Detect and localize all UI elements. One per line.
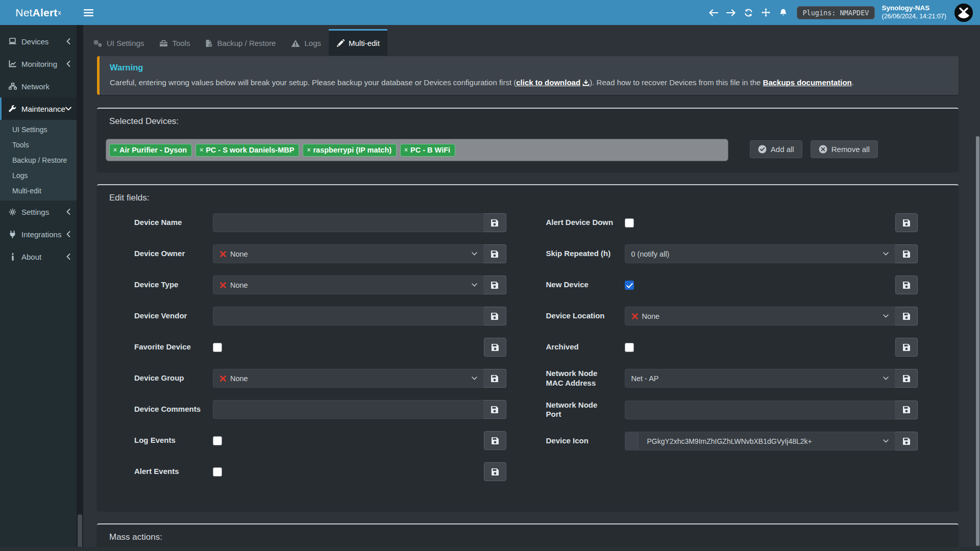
mass-actions-panel: Mass actions: Delete selected devices Be…: [97, 523, 959, 547]
chevron-left-icon: [65, 38, 71, 44]
save-button[interactable]: [484, 400, 506, 419]
device-comments-input[interactable]: [213, 400, 484, 419]
sidebar-item-maintenance[interactable]: Maintenance: [0, 97, 77, 120]
horizontal-scrollbar[interactable]: [0, 547, 980, 551]
sidebar-item-integrations[interactable]: Integrations: [0, 223, 77, 245]
save-icon: [902, 437, 911, 445]
alert-device-down-checkbox[interactable]: [625, 218, 634, 228]
notifications-button[interactable]: [774, 0, 792, 25]
chevron-down-icon: [883, 377, 889, 380]
nav-back-button[interactable]: [705, 0, 722, 25]
save-button[interactable]: [895, 276, 918, 294]
bell-icon: [779, 8, 788, 17]
save-button[interactable]: [895, 338, 918, 357]
remove-tag-icon[interactable]: ×: [404, 146, 408, 154]
sidebar-scrollbar-thumb[interactable]: [78, 514, 82, 548]
sidebar-scrollbar[interactable]: [77, 25, 83, 551]
submenu-item-tools[interactable]: Tools: [0, 137, 77, 153]
save-icon: [902, 250, 911, 258]
device-location-select[interactable]: None: [625, 307, 896, 325]
save-button[interactable]: [895, 244, 918, 263]
device-vendor-input[interactable]: [213, 307, 484, 325]
field-row-device-vendor: Device Vendor: [134, 307, 506, 325]
tab-logs[interactable]: Logs: [283, 29, 329, 56]
content-scrollbar[interactable]: [976, 25, 979, 551]
save-button[interactable]: [895, 400, 918, 419]
sidebar-item-settings[interactable]: Settings: [0, 201, 77, 223]
save-button[interactable]: [484, 213, 506, 232]
sidebar-item-monitoring[interactable]: Monitoring: [0, 53, 77, 75]
submenu-item-logs[interactable]: Logs: [0, 168, 77, 183]
nav-forward-button[interactable]: [722, 0, 740, 25]
hamburger-icon[interactable]: [77, 0, 100, 25]
submenu-item-backup-restore[interactable]: Backup / Restore: [0, 153, 77, 168]
sidebar-item-network[interactable]: Network: [0, 75, 77, 97]
warning-title: Warning: [110, 63, 948, 72]
device-type-select[interactable]: None: [213, 276, 484, 294]
selected-devices-input[interactable]: ×Air Purifier - Dyson ×PC - S work Danie…: [106, 139, 728, 161]
laptop-icon: [8, 38, 17, 45]
network-node-mac-select[interactable]: Net - AP: [625, 369, 896, 388]
new-device-checkbox[interactable]: [625, 281, 634, 290]
archived-checkbox[interactable]: [625, 343, 634, 352]
save-icon: [902, 219, 911, 227]
save-button[interactable]: [484, 462, 506, 481]
save-button[interactable]: [895, 432, 918, 450]
chevron-down-icon: [472, 377, 477, 380]
app-logo[interactable]: NetAlertx: [0, 0, 77, 25]
edit-fields-panel: Edit fields: Device Name Device Owner: [97, 184, 959, 511]
avatar[interactable]: [954, 4, 973, 22]
save-button[interactable]: [895, 307, 918, 325]
field-label: Skip Repeated (h): [546, 249, 615, 259]
save-button[interactable]: [484, 276, 506, 294]
nav-move-button[interactable]: [757, 0, 774, 25]
plugins-badge[interactable]: Plugins: NMAPDEV: [797, 6, 874, 19]
remove-tag-icon[interactable]: ×: [307, 146, 310, 154]
sidebar-item-devices[interactable]: Devices: [0, 30, 77, 53]
tab-tools[interactable]: Tools: [152, 29, 198, 56]
device-owner-select[interactable]: None: [213, 244, 484, 263]
field-label: Archived: [546, 342, 615, 352]
save-button[interactable]: [895, 213, 918, 232]
tab-ui-settings[interactable]: UI Settings: [85, 29, 152, 56]
submenu-item-ui-settings[interactable]: UI Settings: [0, 122, 77, 137]
device-name-input[interactable]: [213, 213, 484, 232]
skip-repeated-select[interactable]: 0 (notify all): [625, 244, 896, 263]
device-group-select[interactable]: None: [213, 369, 484, 388]
tab-multi-edit[interactable]: Multi-edit: [329, 29, 387, 56]
save-button[interactable]: [484, 431, 506, 450]
alert-events-checkbox[interactable]: [213, 467, 222, 477]
field-row-alert-events: Alert Events: [134, 462, 506, 481]
sidebar-item-about[interactable]: About: [0, 245, 77, 268]
download-link[interactable]: click to download: [516, 78, 580, 87]
save-button[interactable]: [484, 369, 506, 388]
field-row-device-type: Device Type None: [134, 276, 506, 294]
field-row-archived: Archived: [546, 338, 918, 357]
field-label: Favorite Device: [134, 342, 203, 352]
field-row-device-group: Device Group None: [134, 369, 506, 388]
warning-triangle-icon: [291, 39, 300, 47]
tab-backup-restore[interactable]: Backup / Restore: [198, 29, 283, 56]
device-icon-select[interactable]: PGkgY2xhc3M9ImZhIGZhLWNvbXB1dGVyIj48L2k+: [625, 432, 896, 450]
save-button[interactable]: [484, 338, 506, 357]
backups-documentation-link[interactable]: Backups documentation: [763, 78, 852, 87]
add-all-button[interactable]: Add all: [750, 140, 802, 158]
remove-all-button[interactable]: Remove all: [811, 140, 878, 158]
remove-tag-icon[interactable]: ×: [113, 146, 117, 154]
mass-actions-header: Mass actions:: [97, 524, 959, 547]
submenu-item-multi-edit[interactable]: Multi-edit: [0, 183, 77, 198]
favorite-device-checkbox[interactable]: [213, 343, 222, 352]
remove-tag-icon[interactable]: ×: [200, 146, 203, 154]
content-scrollbar-thumb[interactable]: [976, 136, 979, 546]
log-events-checkbox[interactable]: [213, 436, 222, 445]
nav-refresh-button[interactable]: [740, 0, 757, 25]
save-button[interactable]: [484, 307, 506, 325]
network-node-port-input[interactable]: [625, 400, 896, 419]
field-row-network-node-mac: Network Node MAC Address Net - AP: [546, 369, 918, 388]
field-row-new-device: New Device: [546, 276, 918, 294]
save-icon: [491, 343, 499, 352]
field-row-device-comments: Device Comments: [134, 400, 506, 419]
field-row-log-events: Log Events: [134, 431, 506, 450]
save-button[interactable]: [895, 369, 918, 388]
save-button[interactable]: [484, 244, 506, 263]
